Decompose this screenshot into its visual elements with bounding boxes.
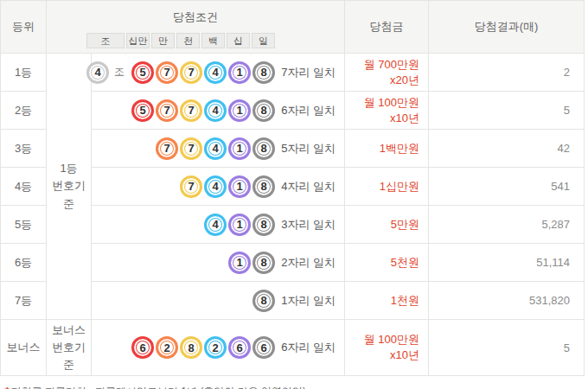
header-row: 등위 당첨조건 조십만만천백십일 당첨금 당첨결과(매) [1,1,585,54]
number-ball: 7 [156,61,178,84]
number-ball: 4 [204,137,227,160]
number-ball: 8 [252,137,275,160]
criteria-group-cell: 보너스번호기준 [47,320,92,376]
number-ball: 1 [228,99,251,122]
number-ball: 8 [180,336,202,359]
criteria-group-label: 1등 [48,160,89,177]
number-ball: 8 [252,61,275,84]
jo-unit-label: 조 [114,65,125,80]
digit-label-box: 만 [151,33,175,48]
condition-cell: 81자리 일치 [92,282,345,320]
prize-cell: 5만원 [345,206,429,244]
bonus-row: 보너스보너스번호기준6282666자리 일치월 100만원x10년5 [1,320,585,376]
table-body: 1등1등번호기준4조5774187자리 일치월 700만원x20년22등5774… [1,54,585,376]
number-ball: 8 [252,214,275,236]
winning-number-balls: 7418 [180,175,275,198]
prize-cell: 1십만원 [345,168,429,206]
prize-cell: 월 100만원x10년 [345,320,429,376]
digit-label-box: 조 [86,33,125,48]
criteria-group-label: 번호기준 [48,177,89,212]
rank-cell: 7등 [1,282,47,320]
header-rank: 등위 [1,1,47,54]
condition-cell: 182자리 일치 [92,244,345,282]
prize-cell: 1백만원 [345,130,429,168]
match-condition-label: 3자리 일치 [275,217,344,233]
number-ball: 4 [204,61,227,84]
footnote-text: 당첨금 지급기한 : 지급개시일로부터 1년 (휴일인 경우 익영업일) [11,386,306,389]
match-condition-label: 2자리 일치 [275,255,344,271]
condition-content: 4조5774187자리 일치 [92,61,344,84]
prize-cell: 5천원 [345,244,429,282]
header-prize: 당첨금 [345,1,429,54]
digit-label-box: 천 [176,33,200,48]
winning-number-balls: 8 [252,290,275,312]
winner-count-cell: 2 [429,54,585,92]
number-ball: 4 [204,175,227,198]
number-ball: 6 [228,336,251,359]
condition-cell: 4183자리 일치 [92,206,345,244]
number-ball: 7 [156,99,178,122]
digit-label-box: 백 [201,33,225,48]
number-ball: 5 [131,61,154,84]
winning-number-balls: 18 [228,252,275,274]
prize-cell: 월 700만원x20년 [345,54,429,92]
number-ball: 8 [252,99,275,122]
winning-number-balls: 4조577418 [86,61,275,84]
number-ball: 1 [228,61,251,84]
condition-content: 81자리 일치 [92,290,344,312]
rank-cell: 6등 [1,244,47,282]
condition-cell: 774185자리 일치 [92,130,345,168]
winner-count-cell: 531,820 [429,282,585,320]
lottery-results-table: 등위 당첨조건 조십만만천백십일 당첨금 당첨결과(매) 1등1등번호기준4조5… [0,0,585,376]
header-condition: 당첨조건 조십만만천백십일 [47,1,345,54]
number-ball: 1 [228,214,251,236]
number-ball: 8 [252,290,275,312]
winning-number-balls: 77418 [156,137,275,160]
footnote-asterisk: * [5,386,10,389]
winner-count-cell: 51,114 [429,244,585,282]
match-condition-label: 4자리 일치 [275,179,344,194]
digit-label-box: 일 [252,33,275,48]
number-ball: 6 [252,336,275,359]
number-ball: 7 [180,61,202,84]
condition-cell: 74184자리 일치 [92,168,345,206]
rank-cell: 보너스 [1,320,47,376]
number-ball: 7 [156,137,178,160]
rank-cell: 4등 [1,168,47,206]
number-ball: 1 [228,175,251,198]
number-ball: 5 [131,99,154,122]
winner-count-cell: 5,287 [429,206,585,244]
number-ball: 2 [156,336,178,359]
winning-number-balls: 577418 [131,99,275,122]
number-ball: 4 [86,61,109,84]
rank-cell: 2등 [1,92,47,130]
condition-content: 774185자리 일치 [92,137,344,160]
prize-cell: 1천원 [345,282,429,320]
rank-cell: 3등 [1,130,47,168]
number-ball: 8 [252,252,275,274]
match-condition-label: 1자리 일치 [275,293,344,309]
number-ball: 7 [180,99,202,122]
criteria-group-label: 번호기준 [48,339,89,373]
match-condition-label: 6자리 일치 [275,340,344,355]
match-condition-label: 6자리 일치 [275,103,344,118]
winning-number-balls: 628266 [131,336,275,359]
winner-count-cell: 42 [429,130,585,168]
winner-count-cell: 541 [429,168,585,206]
header-condition-label: 당첨조건 [47,1,344,33]
digit-label-box: 십 [227,33,250,48]
condition-content: 6282666자리 일치 [92,336,344,359]
number-ball: 7 [180,137,202,160]
number-ball: 8 [252,175,275,198]
match-condition-label: 7자리 일치 [275,65,344,80]
condition-content: 4183자리 일치 [92,214,344,236]
number-ball: 4 [204,214,227,236]
footnote: *당첨금 지급기한 : 지급개시일로부터 1년 (휴일인 경우 익영업일) [5,385,588,389]
digit-labels-row: 조십만만천백십일 [47,33,275,48]
condition-content: 74184자리 일치 [92,175,344,198]
prize-cell: 월 100만원x10년 [345,92,429,130]
table-row: 1등1등번호기준4조5774187자리 일치월 700만원x20년2 [1,54,585,92]
digit-label-box: 십만 [126,33,150,48]
condition-cell: 6282666자리 일치 [92,320,345,376]
rank-cell: 5등 [1,206,47,244]
